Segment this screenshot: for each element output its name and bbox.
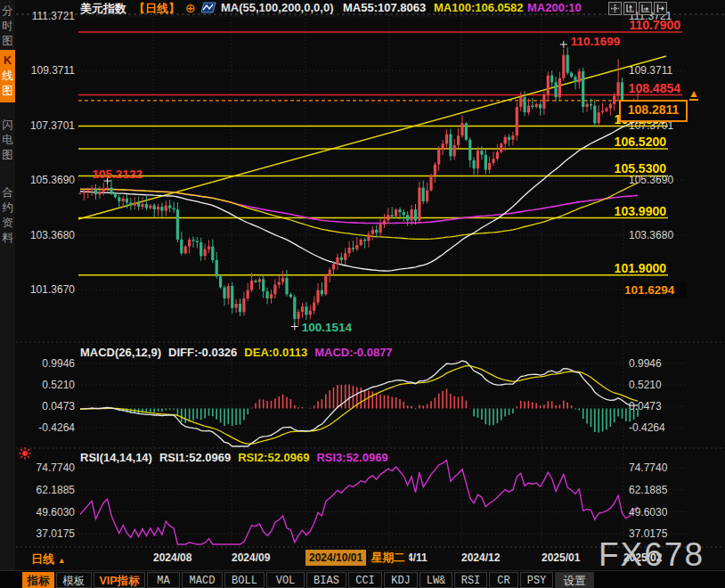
toolbar-button-VOL[interactable]: VOL — [266, 572, 305, 588]
chart-tools — [608, 2, 667, 15]
sidebar-item-3[interactable]: 闪电图 — [0, 118, 15, 163]
sidebar-item-4[interactable]: 合约资料 — [0, 185, 15, 246]
crosshair-date-tooltip: 2024/10/01 — [305, 550, 366, 566]
toolbar-button-BOLL[interactable]: BOLL — [224, 572, 265, 588]
toolbar-button-模板[interactable]: 模板 — [56, 572, 92, 588]
rsi-name: RSI(14,14,14) — [80, 451, 152, 464]
scale-x-axis-icon[interactable] — [639, 2, 652, 15]
toolbar-button-RSI[interactable]: RSI — [454, 572, 487, 588]
date-label: 2025/01 — [542, 551, 580, 564]
watermark: FX678 — [599, 536, 705, 574]
ma200-value: MA200:10 — [527, 1, 582, 14]
reference-price-tag: 101.6294 — [624, 283, 687, 298]
rsi-header: RSI(14,14,14)RSI1:52.0969RSI2:52.0969RSI… — [80, 451, 395, 464]
toolbar-button-CCI[interactable]: CCI — [348, 572, 382, 588]
macd-macd-value: MACD:-0.0877 — [314, 346, 392, 359]
toolbar-button-指标[interactable]: 指标 — [22, 572, 54, 588]
symbol-title: 美元指数 — [80, 1, 126, 17]
price-up-arrow-icon[interactable]: ▲ — [688, 89, 700, 101]
toolbar-button-MACD[interactable]: MACD — [182, 572, 223, 588]
date-label: 2024/12 — [461, 551, 500, 564]
macd-header: MACD(26,12,9)DIFF:-0.0326DEA:0.0113MACD:… — [80, 346, 400, 359]
rsi3-value: RSI3:52.0969 — [316, 451, 387, 464]
toolbar-button-VIP指标[interactable]: VIP指标 — [94, 572, 145, 588]
scale-y-axis-icon[interactable] — [623, 2, 637, 15]
toolbar-button-BIAS[interactable]: BIAS — [306, 572, 346, 588]
current-price-tag: 108.2811 — [619, 100, 688, 122]
macd-name: MACD(26,12,9) — [80, 346, 161, 359]
alert-blink-icon — [18, 446, 32, 464]
toolbar-button-KDJ[interactable]: KDJ — [384, 572, 418, 588]
jump-to-end-icon[interactable] — [654, 2, 667, 15]
toolbar-button-MA[interactable]: MA — [147, 572, 180, 588]
toolbar-button-LW&[interactable]: LW& — [420, 572, 452, 588]
trading-app-window: 分时图K线图闪电图合约资料 美元指数 【日线】 ⊕ MA(55,100,200,… — [0, 0, 725, 588]
chart-canvas[interactable] — [0, 0, 725, 588]
left-sidebar: 分时图K线图闪电图合约资料 — [0, 0, 15, 588]
ma55-value: MA55:107.8063 — [343, 1, 426, 14]
crosshair-weekday-label: 星期二 — [368, 550, 409, 566]
period-arrow-icon: ▲ — [58, 556, 66, 565]
toolbar-button-PSY[interactable]: PSY — [520, 572, 553, 588]
chart-type-icon[interactable] — [201, 2, 216, 16]
macd-dea-value: DEA:0.0113 — [244, 346, 307, 359]
macd-diff-value: DIFF:-0.0326 — [168, 346, 237, 359]
period-label[interactable]: 【日线】 — [134, 1, 180, 17]
period-selector[interactable]: 日线 ▲ — [31, 551, 66, 568]
add-indicator-icon[interactable]: ⊕ — [185, 1, 196, 15]
rsi2-value: RSI2:52.0969 — [238, 451, 309, 464]
sidebar-item-2[interactable]: K线图 — [0, 50, 15, 102]
toolbar-button-CR[interactable]: CR — [489, 572, 518, 588]
pan-tool-icon[interactable] — [608, 2, 622, 15]
ma100-value: MA100:106.0582 — [434, 1, 523, 14]
ma-settings-label: MA(55,100,200,0,0,0) — [221, 1, 333, 14]
sidebar-item-1[interactable]: 分时图 — [0, 4, 15, 49]
date-label: 2024/09 — [232, 551, 270, 564]
toolbar-button-设置[interactable]: 设置 — [555, 572, 594, 588]
date-label: 2024/08 — [153, 551, 191, 564]
rsi1-value: RSI1:52.0969 — [159, 451, 231, 464]
